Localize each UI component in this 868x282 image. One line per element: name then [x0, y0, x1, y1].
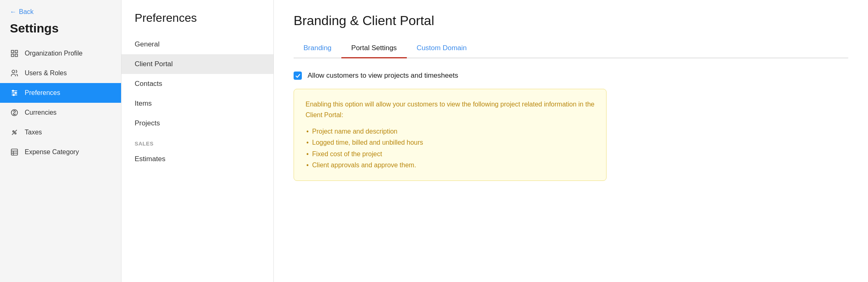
list-item: Client approvals and approve them.: [306, 159, 595, 171]
sidebar-item-preferences[interactable]: Preferences: [0, 83, 121, 103]
tab-branding[interactable]: Branding: [294, 40, 341, 58]
svg-point-10: [13, 94, 14, 95]
svg-point-8: [12, 90, 14, 91]
info-box-text: Enabling this option will allow your cus…: [306, 99, 595, 120]
middle-nav-contacts[interactable]: Contacts: [121, 74, 273, 94]
info-box: Enabling this option will allow your cus…: [294, 89, 607, 181]
middle-nav-projects[interactable]: Projects: [121, 113, 273, 133]
middle-panel: Preferences General Client Portal Contac…: [121, 0, 274, 282]
info-box-list: Project name and description Logged time…: [306, 126, 595, 171]
list-item: Fixed cost of the project: [306, 148, 595, 159]
middle-nav-general[interactable]: General: [121, 35, 273, 54]
back-link[interactable]: ← Back: [0, 8, 121, 20]
percent-icon: [10, 128, 19, 137]
svg-point-12: [13, 131, 14, 132]
list-item: Project name and description: [306, 126, 595, 137]
sidebar-item-label: Organization Profile: [25, 50, 83, 57]
back-label: Back: [19, 8, 34, 16]
sidebar-item-currencies[interactable]: Currencies: [0, 103, 121, 123]
tab-custom-domain[interactable]: Custom Domain: [407, 40, 477, 58]
middle-nav-estimates[interactable]: Estimates: [121, 149, 273, 169]
allow-projects-checkbox[interactable]: [294, 72, 302, 80]
main-content: Branding & Client Portal Branding Portal…: [274, 0, 868, 282]
sliders-icon: [10, 88, 19, 97]
users-icon: [10, 69, 19, 78]
section-label-sales: SALES: [121, 133, 273, 149]
page-title: Branding & Client Portal: [294, 13, 848, 28]
sidebar-item-users-roles[interactable]: Users & Roles: [0, 63, 121, 83]
svg-rect-15: [12, 149, 18, 155]
sidebar-item-label: Users & Roles: [25, 69, 67, 77]
grid-icon: [10, 49, 19, 58]
middle-nav-items[interactable]: Items: [121, 94, 273, 113]
back-arrow-icon: ←: [10, 8, 16, 16]
tabs-bar: Branding Portal Settings Custom Domain: [294, 40, 848, 58]
svg-rect-2: [12, 54, 14, 57]
checkmark-icon: [295, 73, 301, 79]
sidebar-item-organization-profile[interactable]: Organization Profile: [0, 44, 121, 63]
svg-rect-0: [12, 51, 14, 53]
dollar-icon: [10, 108, 19, 117]
sidebar-item-label: Preferences: [25, 89, 60, 97]
settings-title: Settings: [0, 20, 121, 44]
tab-portal-settings[interactable]: Portal Settings: [341, 40, 407, 58]
sidebar-item-label: Currencies: [25, 109, 56, 116]
list-item: Logged time, billed and unbilled hours: [306, 137, 595, 148]
svg-rect-1: [15, 51, 18, 53]
sidebar-item-expense-category[interactable]: Expense Category: [0, 142, 121, 162]
middle-panel-title: Preferences: [121, 12, 273, 35]
svg-point-9: [15, 92, 16, 93]
middle-nav-client-portal[interactable]: Client Portal: [121, 54, 273, 74]
sidebar-item-taxes[interactable]: Taxes: [0, 123, 121, 142]
svg-point-4: [12, 70, 15, 73]
svg-rect-3: [15, 54, 18, 57]
sidebar-item-label: Taxes: [25, 129, 42, 136]
checkbox-row: Allow customers to view projects and tim…: [294, 72, 848, 80]
checkbox-label: Allow customers to view projects and tim…: [308, 72, 458, 80]
left-sidebar: ← Back Settings Organization Profile Use…: [0, 0, 121, 282]
svg-point-13: [15, 133, 16, 134]
sidebar-item-label: Expense Category: [25, 148, 79, 156]
table-icon: [10, 148, 19, 157]
